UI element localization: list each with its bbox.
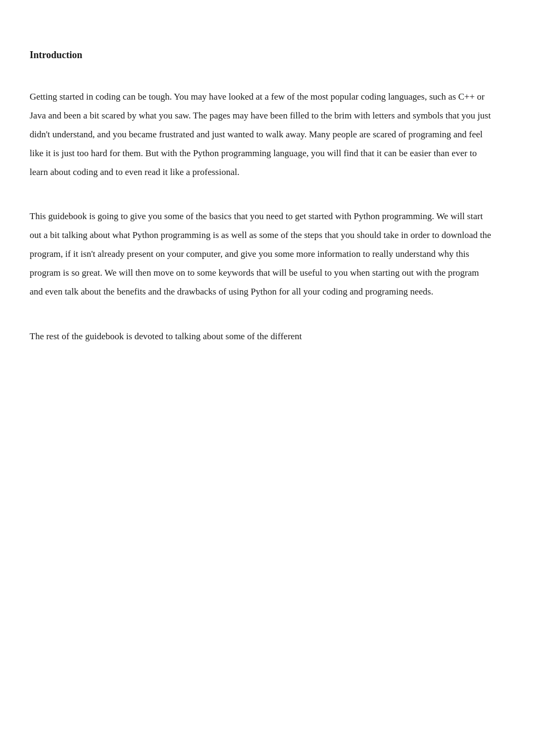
introduction-heading: Introduction	[30, 48, 492, 62]
paragraph-2: This guidebook is going to give you some…	[30, 207, 492, 301]
paragraph-3: The rest of the guidebook is devoted to …	[30, 327, 492, 346]
paragraph-1: Getting started in coding can be tough. …	[30, 88, 492, 181]
page: Introduction Getting started in coding c…	[0, 0, 535, 756]
